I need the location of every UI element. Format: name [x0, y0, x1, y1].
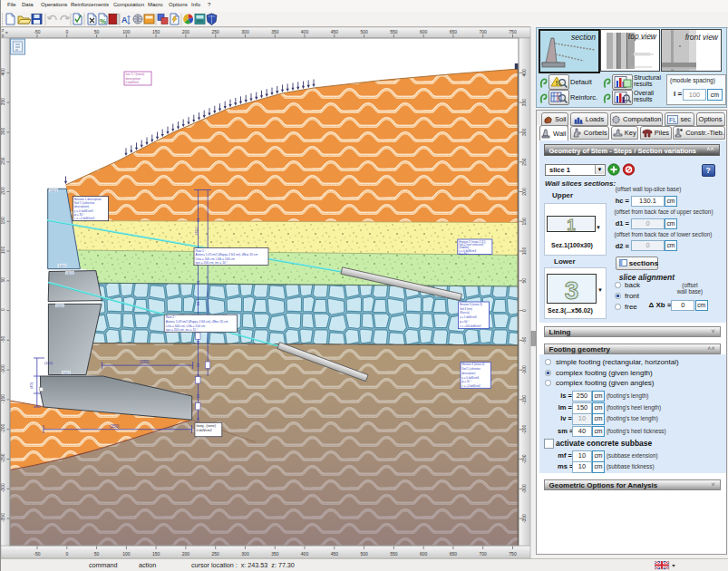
svg-text:100: 100	[122, 29, 131, 34]
svg-text:350: 350	[521, 99, 527, 107]
svg-text:150: 150	[521, 218, 527, 226]
svg-text:100: 100	[521, 247, 527, 256]
svg-text:300: 300	[241, 551, 249, 556]
svg-text:!: !	[556, 79, 558, 87]
svg-text:-50: -50	[34, 29, 40, 34]
svg-text:200: 200	[182, 29, 190, 34]
svg-text:50: 50	[94, 551, 100, 556]
svg-text:front view: front view	[685, 33, 719, 42]
svg-text:-150: -150	[1, 394, 5, 403]
svg-text:300: 300	[521, 129, 527, 137]
svg-text:0: 0	[65, 29, 68, 34]
svg-text:0: 0	[65, 551, 68, 556]
svg-text:Soil 1 (cohesive: Soil 1 (cohesive	[74, 201, 95, 205]
svg-text:-100: -100	[1, 364, 5, 373]
svg-text:450: 450	[331, 29, 339, 34]
svg-text:=: =	[5, 31, 8, 35]
svg-text:-200: -200	[1, 423, 5, 432]
svg-text:0: 0	[521, 309, 527, 312]
svg-text:(40): (40)	[29, 382, 34, 389]
svg-text:600: 600	[420, 551, 428, 556]
svg-text:Horizon 4 (strato 4): Horizon 4 (strato 4)	[462, 363, 485, 366]
svg-text:0 daN/m2: 0 daN/m2	[126, 81, 140, 84]
svg-text:Astee= 5.47cm2 (Øapp= 2.64 cm): Astee= 5.47cm2 (Øapp= 2.64 cm), Øbar 20 …	[196, 253, 258, 256]
svg-text:150: 150	[1, 217, 5, 225]
svg-text:400: 400	[521, 69, 527, 77]
svg-text:-50: -50	[34, 551, 40, 556]
svg-text:750: 750	[509, 551, 517, 556]
svg-text:150: 150	[152, 551, 160, 556]
svg-text:(Roccia): (Roccia)	[460, 311, 470, 315]
svg-text:400: 400	[1, 68, 5, 76]
svg-text:650: 650	[450, 551, 458, 556]
svg-text:-300: -300	[521, 484, 527, 493]
svg-text:600: 600	[420, 29, 428, 34]
svg-text:Row 1 :: Row 1 :	[196, 249, 206, 253]
svg-text:-250: -250	[1, 453, 5, 462]
svg-text:700: 700	[480, 29, 488, 34]
svg-text:φ = 20 °: φ = 20 °	[462, 380, 471, 383]
svg-text:sec.1 / (none): sec.1 / (none)	[126, 73, 145, 76]
svg-text:550: 550	[390, 551, 398, 556]
svg-text:130.1: 130.1	[194, 226, 199, 236]
svg-text:description: description	[126, 77, 141, 81]
svg-text:Row 2 :: Row 2 :	[166, 315, 176, 319]
svg-text:c = +2 daN/cm2: c = +2 daN/cm2	[74, 217, 95, 220]
svg-text:Astee= 5.47cm2 (Øapp= 2.64 cm): Astee= 5.47cm2 (Øapp= 2.64 cm), Øbar 20 …	[166, 320, 228, 324]
svg-text:1: 1	[567, 217, 575, 231]
svg-text:400: 400	[301, 29, 309, 34]
svg-text:top view: top view	[628, 32, 657, 41]
svg-text:L/na = 400 cm, L/lib = 150 cm: L/na = 400 cm, L/lib = 150 cm	[166, 324, 206, 328]
svg-text:650: 650	[450, 29, 458, 34]
svg-text:-50: -50	[521, 337, 527, 344]
svg-text:100: 100	[1, 247, 5, 255]
svg-text:104.1: 104.1	[63, 372, 71, 375]
svg-text:-300: -300	[1, 483, 5, 492]
svg-text:300: 300	[1, 128, 5, 136]
svg-text:Horizon 3 (strato 3): Horizon 3 (strato 3)	[460, 303, 482, 306]
svg-text:134.1: 134.1	[59, 265, 67, 268]
svg-text:-150: -150	[521, 395, 527, 404]
svg-text:104.1: 104.1	[56, 305, 64, 308]
svg-text:400: 400	[301, 551, 309, 556]
svg-text:500: 500	[360, 551, 368, 556]
svg-text:200: 200	[521, 188, 527, 196]
svg-text:(30.1): (30.1)	[66, 272, 74, 276]
svg-text:244.1: 244.1	[50, 189, 58, 193]
svg-text:350: 350	[271, 29, 279, 34]
svg-text:φ = 60 °: φ = 60 °	[460, 320, 469, 324]
svg-text:50: 50	[521, 278, 527, 284]
svg-text:c = +2 daN/cm2: c = +2 daN/cm2	[462, 384, 481, 388]
svg-text:50: 50	[94, 29, 100, 34]
svg-text:FL: FL	[669, 116, 676, 122]
svg-text:L/na = 500 cm, L/lib = 200 cm: L/na = 500 cm, L/lib = 200 cm	[196, 257, 236, 261]
svg-text:φ = 40 °: φ = 40 °	[459, 252, 468, 256]
svg-text:550: 550	[390, 29, 398, 34]
svg-text:-100: -100	[521, 365, 527, 374]
svg-text:Soil 3 (me): Soil 3 (me)	[460, 307, 472, 311]
svg-text:-350: -350	[1, 513, 5, 522]
svg-text:section: section	[571, 33, 596, 42]
svg-text:A: A	[121, 15, 128, 24]
svg-text:250: 250	[212, 29, 220, 34]
svg-text:%: %	[100, 17, 106, 25]
svg-text:350: 350	[271, 551, 279, 556]
svg-text:0: 0	[1, 308, 5, 311]
svg-text:(150): (150)	[140, 360, 150, 364]
svg-text:eps = 200 cm, inc = 10 °: eps = 200 cm, inc = 10 °	[196, 261, 228, 265]
svg-text:250: 250	[521, 158, 527, 166]
svg-text:(250): (250)	[110, 424, 120, 429]
svg-text:200: 200	[182, 551, 190, 556]
svg-text:300: 300	[241, 29, 249, 34]
svg-text:450: 450	[331, 551, 339, 556]
svg-text:250: 250	[1, 157, 5, 165]
svg-text:c = +200 daN/cm2: c = +200 daN/cm2	[460, 324, 481, 328]
svg-text:750: 750	[509, 29, 517, 34]
svg-text:-200: -200	[521, 424, 527, 433]
svg-text:50: 50	[1, 277, 5, 283]
svg-text:-50: -50	[1, 336, 5, 343]
svg-text:(100): (100)	[44, 361, 53, 365]
svg-text:500: 500	[360, 29, 368, 34]
svg-text:350: 350	[1, 98, 5, 106]
svg-text:footg - (none): footg - (none)	[196, 424, 216, 428]
